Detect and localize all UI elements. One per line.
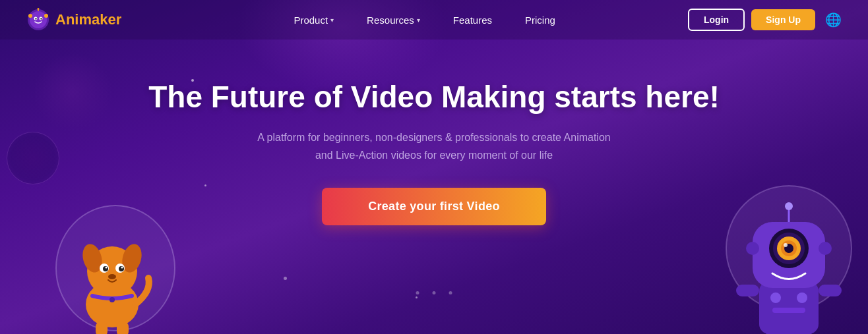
svg-rect-41 [766,331,784,334]
brand-name: Animaker [55,11,121,28]
robot-character [723,176,855,334]
svg-point-5 [40,18,42,19]
svg-point-4 [35,18,36,19]
chevron-down-icon: ▾ [417,16,420,24]
dog-svg [46,189,178,334]
svg-point-20 [121,267,123,269]
svg-rect-40 [772,308,805,313]
globe-icon[interactable]: 🌐 [825,12,842,28]
cta-button[interactable]: Create your first Video [322,188,546,225]
svg-point-36 [746,242,759,255]
svg-point-19 [106,267,108,269]
nav-links: Product ▾ Resources ▾ Features Pricing [161,9,688,31]
dot-2 [433,291,436,294]
nav-item-pricing[interactable]: Pricing [512,9,569,31]
hero-subtitle: A platform for beginners, non-designers … [257,128,610,164]
robot-svg [723,176,855,334]
svg-point-9 [44,14,48,18]
nav-item-product[interactable]: Product ▾ [280,9,347,31]
hero-title: The Future of Video Making starts here! [148,79,720,115]
page-wrapper: Animaker Product ▾ Resources ▾ Features … [0,0,868,334]
svg-point-39 [797,292,807,303]
svg-rect-43 [736,285,759,296]
nav-item-resources[interactable]: Resources ▾ [354,9,433,31]
svg-point-37 [819,242,832,255]
svg-point-21 [108,274,116,279]
navbar: Animaker Product ▾ Resources ▾ Features … [0,0,868,40]
svg-point-22 [109,297,115,302]
svg-point-8 [28,14,32,18]
nav-item-features[interactable]: Features [440,9,505,31]
svg-point-33 [784,243,788,247]
svg-point-38 [770,292,781,303]
dot-decoration [416,291,452,294]
logo[interactable]: Animaker [26,8,121,32]
svg-rect-24 [117,321,129,334]
svg-point-7 [38,8,40,10]
nav-right: Login Sign Up 🌐 [688,9,842,31]
svg-rect-44 [819,285,842,296]
dog-character [46,189,178,334]
dot-1 [416,291,419,294]
star-3 [284,277,287,280]
star-4 [416,296,418,298]
svg-rect-23 [96,321,108,334]
svg-point-35 [785,202,793,210]
signup-button[interactable]: Sign Up [751,9,815,30]
logo-icon [26,8,50,32]
login-button[interactable]: Login [688,9,745,31]
svg-point-1 [30,11,47,28]
svg-rect-42 [793,331,812,334]
dot-3 [449,291,452,294]
chevron-down-icon: ▾ [330,16,334,24]
